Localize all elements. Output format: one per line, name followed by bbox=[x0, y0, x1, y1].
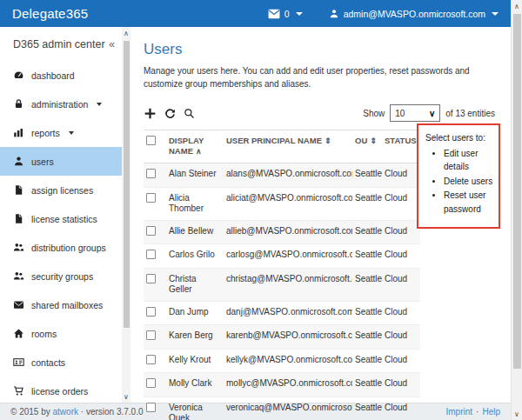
dashboard-icon bbox=[13, 70, 24, 81]
scroll-up-icon[interactable]: ∧ bbox=[122, 27, 130, 39]
callout-item: Edit user details bbox=[444, 147, 495, 174]
app-window: Delegate365 0 admin@MVASPO.onmicrosoft. bbox=[0, 0, 522, 420]
sidebar-scrollbar-thumb[interactable] bbox=[124, 41, 130, 328]
sidebar-item-administration[interactable]: administration bbox=[0, 90, 122, 118]
sidebar-item-label: administration bbox=[31, 99, 88, 110]
sidebar-item-shared-mailboxes[interactable]: shared mailboxes bbox=[0, 290, 122, 319]
envelope-icon bbox=[268, 9, 280, 19]
row-checkbox[interactable] bbox=[146, 169, 156, 178]
cell-display-name: Molly Clark bbox=[166, 373, 224, 397]
row-checkbox[interactable] bbox=[146, 226, 156, 236]
sort-asc-icon: ∧ bbox=[196, 147, 202, 156]
sidebar-item-license-orders[interactable]: license orders bbox=[0, 377, 122, 403]
sidebar-item-label: dashboard bbox=[31, 70, 75, 81]
messages-dropdown[interactable]: 0 bbox=[268, 9, 303, 19]
selection-help-callout: Select users to: Edit user detailsDelete… bbox=[417, 123, 500, 229]
sort-icon: ⇕ bbox=[325, 137, 331, 145]
sort-icon: ⇕ bbox=[370, 137, 377, 145]
show-entries-value: 10 bbox=[391, 109, 425, 118]
sidebar-scrollbar[interactable]: ∧ ∨ bbox=[122, 27, 130, 403]
column-header-display-name[interactable]: DISPLAY NAME∧ bbox=[166, 130, 224, 163]
select-all-checkbox[interactable] bbox=[146, 136, 156, 145]
bar-chart-icon bbox=[13, 127, 24, 138]
table-row: Molly Clarkmollyc@MVASPO.onmicrosoft.com… bbox=[144, 373, 420, 397]
row-checkbox[interactable] bbox=[146, 355, 156, 364]
account-dropdown[interactable]: admin@MVASPO.onmicrosoft.com bbox=[329, 9, 499, 19]
sidebar-item-rooms[interactable]: rooms bbox=[0, 319, 122, 348]
sidebar-item-distribution-groups[interactable]: distribution groups bbox=[0, 233, 122, 262]
cell-user-principal-name: aliciat@MVASPO.onmicrosoft.com bbox=[224, 187, 352, 220]
table-row: Veronica Quekveronicaq@MVASPO.onmicrosof… bbox=[144, 397, 420, 420]
row-checkbox[interactable] bbox=[146, 378, 156, 388]
cell-display-name: Dan Jump bbox=[166, 301, 224, 325]
sidebar-item-label: assign licenses bbox=[31, 185, 93, 196]
sidebar-item-assign-licenses[interactable]: assign licenses bbox=[0, 176, 122, 204]
show-label: Show bbox=[363, 109, 385, 118]
cell-display-name: Christa Geller bbox=[166, 268, 224, 301]
sidebar-item-security-groups[interactable]: security groups bbox=[0, 262, 122, 290]
sidebar-item-dashboard[interactable]: dashboard bbox=[0, 61, 122, 90]
add-user-icon[interactable] bbox=[144, 107, 157, 120]
scroll-down-icon[interactable]: ∨ bbox=[122, 390, 130, 403]
scroll-down-icon[interactable]: ∨ bbox=[512, 408, 522, 420]
row-checkbox[interactable] bbox=[146, 250, 156, 259]
cell-ou: Seattle bbox=[352, 187, 382, 220]
sidebar-item-label: contacts bbox=[31, 357, 65, 368]
sidebar-item-contacts[interactable]: contacts bbox=[0, 348, 122, 377]
caret-down-icon bbox=[492, 12, 499, 16]
cell-ou: Seattle bbox=[352, 244, 382, 269]
help-link[interactable]: Help bbox=[482, 407, 500, 417]
sidebar-item-license-statistics[interactable]: license statistics bbox=[0, 204, 122, 233]
table-row: Christa Gellerchristag@MVASPO.onmicrosof… bbox=[144, 268, 420, 301]
scroll-up-icon[interactable]: ∧ bbox=[512, 0, 522, 12]
imprint-link[interactable]: Imprint bbox=[446, 407, 473, 417]
row-checkbox[interactable] bbox=[146, 193, 156, 203]
cell-ou: Seattle bbox=[352, 301, 382, 325]
search-icon[interactable] bbox=[184, 108, 195, 119]
cell-display-name: Carlos Grilo bbox=[166, 244, 224, 269]
row-checkbox[interactable] bbox=[146, 274, 156, 283]
column-header-user-principal-name[interactable]: USER PRINCIPAL NAME⇕ bbox=[224, 130, 352, 163]
page-title: Users bbox=[144, 41, 504, 58]
cell-status: Cloud bbox=[382, 220, 420, 244]
row-checkbox[interactable] bbox=[146, 307, 156, 317]
cell-display-name: Kelly Krout bbox=[166, 349, 224, 373]
cell-status: Cloud bbox=[382, 397, 420, 420]
page-scrollbar[interactable]: ∧ ∨ bbox=[511, 0, 522, 420]
cell-status: Cloud bbox=[382, 325, 420, 350]
sidebar-item-label: users bbox=[31, 157, 54, 167]
sidebar-item-reports[interactable]: reports bbox=[0, 118, 122, 147]
sidebar-item-label: license statistics bbox=[31, 214, 97, 224]
messages-count: 0 bbox=[284, 9, 290, 19]
row-checkbox[interactable] bbox=[146, 330, 156, 340]
show-entries-select[interactable]: 10 ∨ bbox=[390, 104, 440, 122]
cell-ou: Seattle bbox=[352, 349, 382, 373]
brand-logo[interactable]: Delegate365 bbox=[12, 6, 88, 21]
lock-icon bbox=[13, 98, 24, 110]
table-row: Dan Jumpdanj@MVASPO.onmicrosoft.comSeatt… bbox=[144, 301, 420, 325]
cell-ou: Seattle bbox=[352, 397, 382, 420]
column-header-status[interactable]: STATUS⇕ bbox=[382, 130, 420, 163]
cell-display-name: Karen Berg bbox=[166, 325, 224, 350]
cell-ou: Seattle bbox=[352, 268, 382, 301]
atwork-link[interactable]: atwork bbox=[53, 407, 78, 417]
row-checkbox[interactable] bbox=[146, 403, 156, 412]
mail-icon bbox=[13, 299, 24, 310]
sidebar-item-users[interactable]: users bbox=[0, 147, 122, 176]
refresh-icon[interactable] bbox=[164, 108, 176, 119]
sidebar-collapse-button[interactable]: « bbox=[109, 38, 115, 50]
page-scrollbar-thumb[interactable] bbox=[513, 14, 521, 369]
sidebar-item-label: security groups bbox=[31, 271, 93, 282]
chevron-down-icon: ∨ bbox=[425, 105, 439, 121]
callout-item: Reset user password bbox=[444, 189, 495, 216]
caret-down-icon bbox=[97, 103, 102, 106]
sidebar-item-label: shared mailboxes bbox=[31, 300, 103, 310]
sidebar-item-label: reports bbox=[31, 128, 60, 138]
cell-user-principal-name: veronicaq@MVASPO.onmicrosoft.com bbox=[224, 397, 352, 420]
cart-icon bbox=[13, 385, 24, 397]
column-header-ou[interactable]: OU⇕ bbox=[352, 130, 382, 163]
toolbar: Show 10 ∨ of 13 entities bbox=[144, 104, 504, 122]
account-email: admin@MVASPO.onmicrosoft.com bbox=[344, 9, 485, 19]
cell-user-principal-name: danj@MVASPO.onmicrosoft.com bbox=[224, 301, 352, 325]
cell-ou: Seattle bbox=[352, 220, 382, 244]
